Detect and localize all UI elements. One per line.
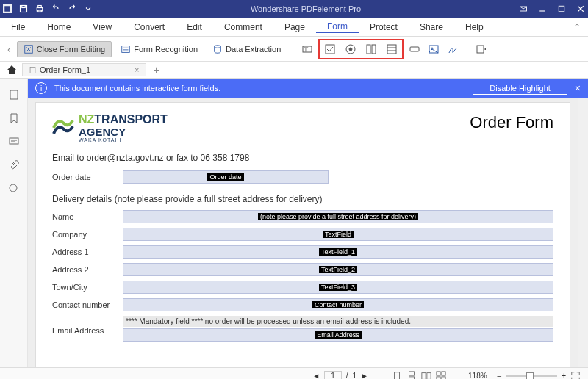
form-recognition-button[interactable]: Form Recognition — [115, 42, 204, 57]
address2-field[interactable]: TextField_2 — [123, 263, 553, 276]
menu-edit[interactable]: Edit — [176, 22, 213, 32]
close-banner-icon[interactable]: × — [575, 82, 581, 94]
svg-rect-15 — [122, 46, 130, 52]
menubar: File Home View Convert Edit Comment Page… — [0, 18, 588, 37]
logo: NZTRANSPORT AGENCY WAKA KOTAHI — [52, 113, 168, 142]
svg-rect-21 — [326, 45, 334, 54]
menu-share[interactable]: Share — [409, 22, 454, 32]
svg-rect-26 — [387, 45, 396, 54]
mail-icon[interactable] — [519, 4, 528, 13]
name-field[interactable]: (note please provide a full street addre… — [123, 210, 553, 223]
redo-icon[interactable] — [68, 4, 76, 13]
back-icon[interactable]: ‹ — [4, 43, 14, 55]
document-icon — [29, 66, 37, 74]
svg-rect-24 — [367, 45, 370, 54]
svg-point-38 — [10, 184, 17, 192]
home-icon[interactable] — [6, 64, 18, 76]
email-instruction: Email to order@nzta.govt.nz or fax to 06… — [52, 153, 553, 163]
button-tool-icon[interactable] — [406, 41, 423, 57]
app-icon — [3, 4, 12, 13]
next-page-icon[interactable]: ► — [361, 372, 368, 379]
add-tab-icon[interactable]: + — [151, 64, 162, 76]
svg-rect-45 — [442, 371, 445, 375]
pdf-page[interactable]: NZTRANSPORT AGENCY WAKA KOTAHI Order For… — [35, 102, 570, 367]
menu-home[interactable]: Home — [36, 22, 82, 32]
form-properties-icon[interactable] — [473, 41, 490, 57]
titlebar: Wondershare PDFelement Pro — [0, 0, 588, 18]
chevron-down-icon[interactable] — [84, 4, 93, 13]
radio-button-tool-icon[interactable] — [343, 41, 359, 57]
svg-rect-3 — [22, 6, 26, 8]
continuous-page-icon[interactable] — [406, 371, 417, 380]
signature-tool-icon[interactable] — [445, 41, 461, 57]
svg-point-23 — [349, 48, 352, 51]
address1-field[interactable]: TextField_1 — [123, 245, 553, 259]
menu-help[interactable]: Help — [454, 22, 495, 32]
menu-protect[interactable]: Protect — [359, 22, 409, 32]
info-banner: i This document contains interactive for… — [28, 79, 588, 98]
bookmarks-icon[interactable] — [8, 112, 20, 124]
two-page-icon[interactable] — [421, 371, 431, 380]
menu-comment[interactable]: Comment — [213, 22, 273, 32]
svg-rect-2 — [21, 6, 27, 12]
contact-field[interactable]: Contact number — [123, 298, 553, 311]
svg-rect-43 — [427, 372, 431, 379]
image-tool-icon[interactable] — [426, 41, 442, 57]
fullscreen-icon[interactable] — [570, 371, 581, 380]
attachments-icon[interactable] — [8, 159, 20, 171]
collapse-ribbon-icon[interactable]: ⌃ — [566, 22, 588, 32]
close-icon[interactable] — [576, 4, 585, 13]
zoom-level[interactable]: 118% — [468, 372, 487, 379]
close-tab-icon[interactable]: × — [135, 65, 139, 74]
svg-rect-5 — [38, 6, 42, 8]
svg-rect-29 — [410, 47, 419, 51]
menu-file[interactable]: File — [0, 22, 36, 32]
page-current[interactable]: 1 — [324, 371, 342, 379]
maximize-icon[interactable] — [557, 4, 566, 13]
save-icon[interactable] — [19, 4, 28, 13]
vertical-scrollbar[interactable] — [578, 98, 588, 367]
text-field-tool-icon[interactable]: T — [299, 41, 315, 57]
menu-form[interactable]: Form — [316, 21, 359, 33]
zoom-in-icon[interactable]: + — [562, 372, 566, 379]
section-heading: Delivery details (note please provide a … — [52, 194, 553, 204]
highlighted-form-tools — [318, 39, 404, 59]
svg-rect-46 — [437, 376, 440, 379]
data-extraction-button[interactable]: Data Extraction — [207, 42, 287, 57]
order-date-field[interactable]: Order date — [123, 170, 329, 184]
thumbnails-icon[interactable] — [8, 89, 20, 101]
print-icon[interactable] — [35, 4, 44, 13]
svg-rect-32 — [477, 46, 484, 53]
single-page-icon[interactable] — [392, 371, 402, 380]
disable-highlight-button[interactable]: Disable Highlight — [473, 82, 567, 95]
svg-rect-41 — [409, 376, 415, 379]
towncity-field[interactable]: TextField_3 — [123, 281, 553, 294]
email-field[interactable]: Email Address — [123, 328, 553, 342]
app-title: Wondershare PDFelement Pro — [93, 4, 519, 13]
info-icon: i — [35, 82, 47, 94]
checkbox-tool-icon[interactable] — [322, 41, 338, 57]
zoom-out-icon[interactable]: – — [498, 372, 502, 379]
svg-rect-40 — [409, 371, 415, 375]
menu-convert[interactable]: Convert — [123, 22, 176, 32]
undo-icon[interactable] — [51, 4, 60, 13]
svg-rect-34 — [10, 90, 18, 99]
prev-page-icon[interactable]: ◄ — [312, 372, 320, 379]
two-continuous-icon[interactable] — [436, 371, 446, 380]
minimize-icon[interactable] — [538, 4, 547, 13]
combo-box-tool-icon[interactable] — [363, 41, 379, 57]
close-form-editing-button[interactable]: Close Form Editing — [17, 41, 112, 57]
svg-rect-25 — [372, 45, 376, 54]
zoom-slider[interactable] — [506, 375, 557, 377]
close-form-editing-icon — [24, 44, 34, 54]
document-tab[interactable]: Order Form_1 × — [22, 63, 146, 76]
svg-rect-47 — [442, 376, 445, 379]
menu-view[interactable]: View — [82, 22, 123, 32]
menu-page[interactable]: Page — [273, 22, 316, 32]
statusbar: ◄ 1 / 1 ► 118% – + — [0, 367, 588, 379]
svg-rect-35 — [10, 138, 18, 144]
company-field[interactable]: TextField — [123, 228, 553, 241]
comment-icon[interactable] — [8, 136, 20, 148]
search-icon[interactable] — [8, 183, 20, 195]
list-box-tool-icon[interactable] — [384, 41, 400, 57]
